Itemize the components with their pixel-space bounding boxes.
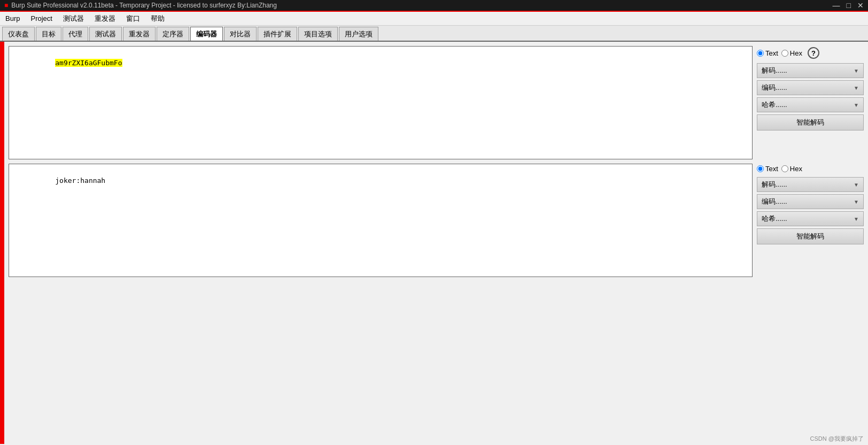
panel1-radio-hex[interactable]	[781, 50, 788, 57]
panel2-hash-arrow: ▼	[854, 216, 859, 222]
main-container: am9rZXI6aGFubmFo Text Hex ? 解码......	[0, 42, 868, 444]
tab-target[interactable]: 目标	[36, 27, 61, 41]
panel1-decode-button[interactable]: 解码...... ▼	[757, 63, 864, 78]
close-button[interactable]: ✕	[857, 1, 864, 10]
panel1-hash-arrow: ▼	[854, 102, 859, 108]
panel2-smart-decode-button[interactable]: 智能解码	[757, 228, 864, 244]
panel-2: joker:hannah Text Hex 解码...... ▼	[9, 164, 864, 277]
tab-project-options[interactable]: 项目选项	[298, 27, 338, 41]
panel1-radio-row: Text Hex ?	[757, 47, 864, 59]
panel2-encode-button[interactable]: 编码...... ▼	[757, 194, 864, 209]
panel2-decode-button[interactable]: 解码...... ▼	[757, 177, 864, 192]
panel2-decode-arrow: ▼	[854, 182, 859, 188]
panel1-radio-text-label[interactable]: Text	[757, 49, 778, 57]
tab-proxy[interactable]: 代理	[63, 27, 88, 41]
tab-intruder[interactable]: 测试器	[89, 27, 122, 41]
panel1-controls: Text Hex ? 解码...... ▼ 编码...... ▼	[757, 46, 864, 159]
tab-dashboard[interactable]: 仪表盘	[2, 27, 35, 41]
menu-bar: Burp Project 测试器 重发器 窗口 帮助	[0, 12, 868, 26]
panel1-highlighted-text: am9rZXI6aGFubmFo	[55, 59, 122, 67]
panel2-radio-text[interactable]	[757, 165, 764, 172]
panel1-radio-hex-label[interactable]: Hex	[781, 49, 802, 57]
panel2-radio-row: Text Hex	[757, 165, 864, 173]
panel2-radio-text-label[interactable]: Text	[757, 165, 778, 173]
panel2-input-display[interactable]: joker:hannah	[9, 164, 752, 277]
tab-extender[interactable]: 插件扩展	[258, 27, 297, 41]
panel1-help-button[interactable]: ?	[808, 47, 819, 59]
tab-decoder[interactable]: 编码器	[190, 27, 223, 41]
panel1-encode-arrow: ▼	[854, 85, 859, 91]
panel1-textarea-wrapper[interactable]: am9rZXI6aGFubmFo	[9, 46, 753, 159]
panel1-encode-button[interactable]: 编码...... ▼	[757, 80, 864, 95]
bottom-status: CSDN @我要疯掉了	[810, 435, 864, 443]
tab-sequencer[interactable]: 定序器	[157, 27, 189, 41]
panel1-smart-decode-button[interactable]: 智能解码	[757, 114, 864, 131]
left-accent	[0, 42, 4, 444]
panel-1: am9rZXI6aGFubmFo Text Hex ? 解码......	[9, 46, 864, 159]
tab-bar: 仪表盘 目标 代理 测试器 重发器 定序器 编码器 对比器 插件扩展 项目选项 …	[0, 26, 868, 42]
panel2-text: joker:hannah	[55, 177, 105, 185]
content-area: am9rZXI6aGFubmFo Text Hex ? 解码......	[4, 42, 868, 444]
title-text: Burp Suite Professional v2.0.11beta - Te…	[11, 2, 832, 9]
window-controls[interactable]: — □ ✕	[833, 1, 864, 10]
panel1-radio-text[interactable]	[757, 50, 764, 57]
panel1-decode-arrow: ▼	[854, 68, 859, 74]
panel2-radio-hex-label[interactable]: Hex	[781, 165, 802, 173]
menu-tester[interactable]: 测试器	[61, 13, 86, 24]
maximize-button[interactable]: □	[847, 1, 851, 10]
menu-resender[interactable]: 重发器	[92, 13, 118, 24]
tab-user-options[interactable]: 用户选项	[339, 27, 378, 41]
title-bar: ■ Burp Suite Professional v2.0.11beta - …	[0, 0, 868, 12]
minimize-button[interactable]: —	[833, 1, 840, 10]
menu-help[interactable]: 帮助	[149, 13, 167, 24]
menu-window[interactable]: 窗口	[124, 13, 142, 24]
panel1-input-display[interactable]: am9rZXI6aGFubmFo	[9, 47, 752, 159]
menu-burp[interactable]: Burp	[3, 14, 22, 23]
menu-project[interactable]: Project	[28, 14, 54, 23]
tab-repeater[interactable]: 重发器	[123, 27, 156, 41]
panel2-radio-hex[interactable]	[781, 165, 788, 172]
panel2-encode-arrow: ▼	[854, 199, 859, 205]
panel1-hash-button[interactable]: 哈希...... ▼	[757, 97, 864, 112]
panel2-controls: Text Hex 解码...... ▼ 编码...... ▼ 哈希.....	[757, 164, 864, 277]
tab-comparer[interactable]: 对比器	[224, 27, 257, 41]
panel2-hash-button[interactable]: 哈希...... ▼	[757, 211, 864, 226]
panel2-textarea-wrapper[interactable]: joker:hannah	[9, 164, 753, 277]
